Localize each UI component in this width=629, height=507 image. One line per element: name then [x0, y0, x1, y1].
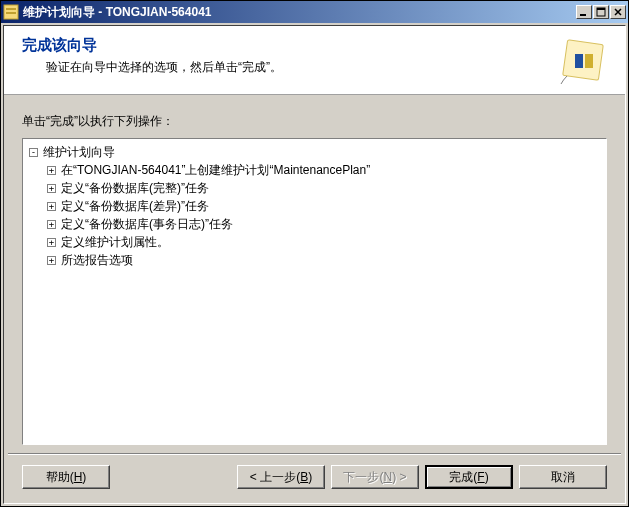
close-button[interactable]: [610, 5, 626, 19]
tree-item-label: 定义维护计划属性。: [61, 233, 169, 251]
content-area: 单击“完成”以执行下列操作： - 维护计划向导 + 在“TONGJIAN-564…: [4, 95, 625, 453]
svg-rect-1: [6, 8, 16, 10]
title-text: 维护计划向导 - TONGJIAN-564041: [23, 4, 576, 21]
svg-rect-2: [6, 12, 16, 14]
wizard-window: 维护计划向导 - TONGJIAN-564041 完成该向导 验证在向导中选择的…: [0, 0, 629, 507]
cancel-button[interactable]: 取消: [519, 465, 607, 489]
svg-rect-3: [580, 14, 586, 16]
header-text-block: 完成该向导 验证在向导中选择的选项，然后单击“完成”。: [22, 36, 549, 76]
button-label: 下一步(N) >: [343, 469, 406, 486]
expander-icon[interactable]: +: [47, 220, 56, 229]
tree-root-row[interactable]: - 维护计划向导: [29, 143, 600, 161]
expander-icon[interactable]: +: [47, 184, 56, 193]
tree-item[interactable]: + 所选报告选项: [29, 251, 600, 269]
button-label: 取消: [551, 469, 575, 486]
tree-item-label: 定义“备份数据库(事务日志)”任务: [61, 215, 233, 233]
header-title: 完成该向导: [22, 36, 549, 55]
tree-item-label: 定义“备份数据库(完整)”任务: [61, 179, 209, 197]
window-controls: [576, 5, 626, 19]
expander-icon[interactable]: -: [29, 148, 38, 157]
expander-icon[interactable]: +: [47, 202, 56, 211]
tree-item[interactable]: + 定义“备份数据库(差异)”任务: [29, 197, 600, 215]
tree-item-label: 定义“备份数据库(差异)”任务: [61, 197, 209, 215]
button-label: < 上一步(B): [250, 469, 312, 486]
back-button[interactable]: < 上一步(B): [237, 465, 325, 489]
tree-item[interactable]: + 定义“备份数据库(事务日志)”任务: [29, 215, 600, 233]
help-button[interactable]: 帮助(H): [22, 465, 110, 489]
tree-children: + 在“TONGJIAN-564041”上创建维护计划“MaintenanceP…: [29, 161, 600, 269]
nav-button-group: < 上一步(B) 下一步(N) > 完成(F) 取消: [237, 465, 607, 489]
tree-item-label: 所选报告选项: [61, 251, 133, 269]
button-label: 完成(F): [449, 469, 488, 486]
tree-item[interactable]: + 定义维护计划属性。: [29, 233, 600, 251]
svg-rect-5: [597, 8, 605, 10]
instruction-label: 单击“完成”以执行下列操作：: [22, 113, 607, 130]
tree-item-label: 在“TONGJIAN-564041”上创建维护计划“MaintenancePla…: [61, 161, 370, 179]
button-label: 帮助(H): [46, 469, 87, 486]
finish-button[interactable]: 完成(F): [425, 465, 513, 489]
titlebar: 维护计划向导 - TONGJIAN-564041: [1, 1, 628, 23]
expander-icon[interactable]: +: [47, 256, 56, 265]
svg-rect-7: [575, 54, 583, 68]
header-subtitle: 验证在向导中选择的选项，然后单击“完成”。: [22, 59, 549, 76]
wizard-header: 完成该向导 验证在向导中选择的选项，然后单击“完成”。: [4, 26, 625, 95]
app-icon: [3, 4, 19, 20]
next-button: 下一步(N) >: [331, 465, 419, 489]
maximize-button[interactable]: [593, 5, 609, 19]
header-icon: [557, 36, 607, 86]
summary-tree[interactable]: - 维护计划向导 + 在“TONGJIAN-564041”上创建维护计划“Mai…: [22, 138, 607, 445]
expander-icon[interactable]: +: [47, 166, 56, 175]
tree-root-container: - 维护计划向导 + 在“TONGJIAN-564041”上创建维护计划“Mai…: [29, 143, 600, 269]
minimize-button[interactable]: [576, 5, 592, 19]
svg-rect-8: [585, 54, 593, 68]
expander-icon[interactable]: +: [47, 238, 56, 247]
tree-item[interactable]: + 在“TONGJIAN-564041”上创建维护计划“MaintenanceP…: [29, 161, 600, 179]
tree-item[interactable]: + 定义“备份数据库(完整)”任务: [29, 179, 600, 197]
button-bar: 帮助(H) < 上一步(B) 下一步(N) > 完成(F) 取消: [4, 455, 625, 503]
window-body: 完成该向导 验证在向导中选择的选项，然后单击“完成”。 单击“完成”以执行下列操…: [3, 25, 626, 504]
tree-root-label: 维护计划向导: [43, 143, 115, 161]
